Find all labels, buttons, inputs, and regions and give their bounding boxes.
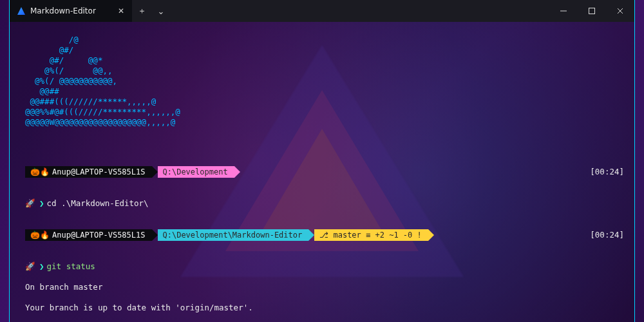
terminal-window: Markdown-Editor ✕ ＋ ⌄ /@ @#/ @#/ @@* @%(… <box>9 0 635 322</box>
tab-menu-chevron-icon[interactable]: ⌄ <box>151 0 171 22</box>
prompt-user-segment: 🎃🔥Anup@LAPTOP-VS585L1S <box>25 166 152 178</box>
output-line: On branch master <box>25 282 628 292</box>
command-text: cd .\Markdown-Editor\ <box>47 198 149 208</box>
tab-active[interactable]: Markdown-Editor ✕ <box>10 0 132 22</box>
prompt-path-segment: Q:\Development\Markdown-Editor <box>158 229 309 241</box>
close-window-button[interactable] <box>606 0 634 22</box>
rocket-icon: 🚀 <box>25 198 35 208</box>
command-line: 🚀❯cd .\Markdown-Editor\ <box>25 198 628 209</box>
prompt-time: [00:24] <box>590 167 628 177</box>
command-text: git status <box>47 261 95 271</box>
output-line: Your branch is up to date with 'origin/m… <box>25 303 628 313</box>
prompt-user-segment: 🎃🔥Anup@LAPTOP-VS585L1S <box>25 229 152 241</box>
rocket-icon: 🚀 <box>25 261 35 271</box>
maximize-button[interactable] <box>578 0 606 22</box>
minimize-button[interactable] <box>549 0 578 22</box>
command-line: 🚀❯git status <box>25 261 628 272</box>
new-tab-button[interactable]: ＋ <box>132 0 151 22</box>
ascii-art: /@ @#/ @#/ @@* @%(/ @@,, @%(/ @@@@@@@@@@… <box>25 35 628 128</box>
prompt-user: Anup@LAPTOP-VS585L1S <box>52 230 146 240</box>
svg-rect-1 <box>589 8 595 14</box>
prompt-time: [00:24] <box>590 230 628 240</box>
tab-app-icon <box>17 7 25 15</box>
pumpkin-icon: 🎃🔥 <box>30 167 50 177</box>
prompt-user: Anup@LAPTOP-VS585L1S <box>52 167 146 177</box>
tab-title: Markdown-Editor <box>30 6 96 15</box>
terminal-body[interactable]: /@ @#/ @#/ @@* @%(/ @@,, @%(/ @@@@@@@@@@… <box>10 22 634 322</box>
prompt-git-segment: ⎇ master ≡ +2 ~1 -0 ! <box>314 229 428 241</box>
prompt-line-1: 🎃🔥Anup@LAPTOP-VS585L1S Q:\Development [0… <box>25 166 628 178</box>
close-tab-icon[interactable]: ✕ <box>118 6 124 15</box>
prompt-line-2: 🎃🔥Anup@LAPTOP-VS585L1S Q:\Development\Ma… <box>25 229 628 241</box>
pumpkin-icon: 🎃🔥 <box>30 230 50 240</box>
prompt-path-segment: Q:\Development <box>158 166 234 178</box>
title-bar: Markdown-Editor ✕ ＋ ⌄ <box>10 0 634 22</box>
